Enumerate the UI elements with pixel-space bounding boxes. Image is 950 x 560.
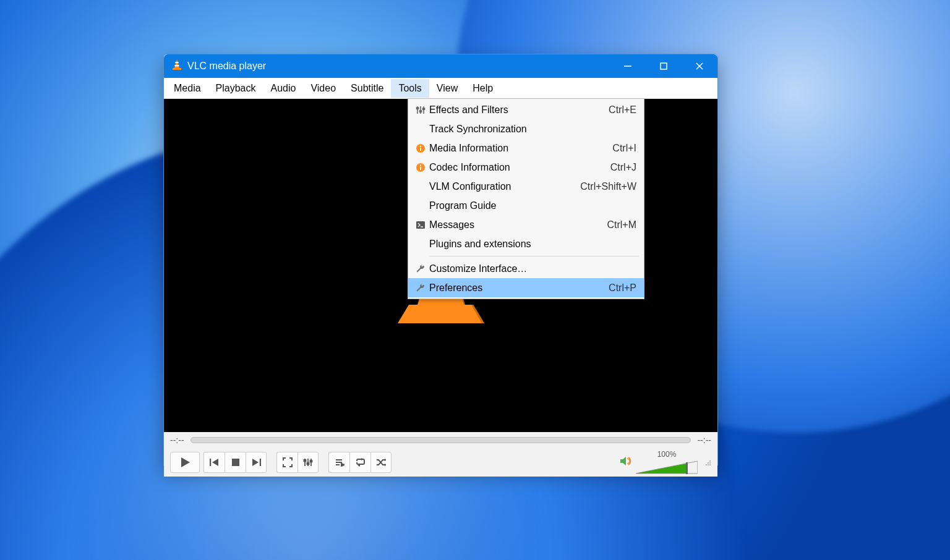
- menu-item-codec-information[interactable]: Codec InformationCtrl+J: [408, 158, 644, 177]
- svg-point-42: [708, 462, 709, 464]
- terminal-icon: [412, 221, 429, 229]
- menu-item-program-guide[interactable]: Program Guide: [408, 196, 644, 215]
- svg-rect-54: [420, 167, 421, 170]
- time-remaining: --:--: [697, 435, 711, 445]
- menu-item-label: Customize Interface…: [429, 263, 636, 274]
- seek-bar-row: --:-- --:--: [164, 432, 717, 448]
- svg-marker-29: [341, 464, 344, 466]
- svg-point-41: [709, 462, 711, 464]
- svg-point-39: [708, 464, 709, 465]
- svg-rect-2: [175, 65, 179, 66]
- svg-rect-23: [304, 460, 306, 461]
- svg-marker-30: [361, 458, 364, 460]
- info-icon: [412, 163, 429, 172]
- wrench-icon: [412, 283, 429, 293]
- tools-menu-dropdown: Effects and FiltersCtrl+ETrack Synchroni…: [408, 98, 644, 299]
- svg-rect-1: [175, 62, 178, 63]
- info-icon: [412, 143, 429, 153]
- maximize-button[interactable]: [646, 54, 682, 78]
- svg-marker-0: [174, 59, 179, 68]
- speaker-icon[interactable]: [620, 456, 632, 469]
- resize-grip-icon[interactable]: [704, 459, 711, 466]
- menu-item-customize-interface[interactable]: Customize Interface…: [408, 259, 644, 278]
- vlc-window: VLC media player MediaPlaybackAudioVideo…: [163, 54, 718, 468]
- minimize-button[interactable]: [610, 54, 646, 78]
- menu-audio[interactable]: Audio: [263, 79, 304, 98]
- stop-button[interactable]: [225, 452, 246, 473]
- next-button[interactable]: [246, 452, 267, 473]
- menu-item-media-information[interactable]: Media InformationCtrl+I: [408, 138, 644, 158]
- menu-item-label: Plugins and extensions: [429, 239, 636, 250]
- svg-rect-3: [173, 68, 181, 70]
- svg-marker-18: [252, 459, 259, 466]
- menu-item-shortcut: Ctrl+P: [609, 282, 636, 294]
- menu-playback[interactable]: Playback: [208, 79, 263, 98]
- svg-marker-14: [181, 457, 190, 467]
- close-button[interactable]: [682, 54, 717, 78]
- playback-controls: 100%: [164, 448, 717, 477]
- menu-item-shortcut: Ctrl+E: [609, 104, 636, 116]
- extended-settings-button[interactable]: [297, 452, 319, 473]
- loop-button[interactable]: [349, 452, 370, 473]
- svg-point-55: [420, 164, 421, 166]
- menu-media[interactable]: Media: [166, 79, 208, 98]
- menu-item-label: Messages: [429, 219, 607, 231]
- menu-separator: [429, 256, 639, 257]
- menu-item-label: Effects and Filters: [429, 104, 609, 116]
- svg-point-38: [709, 464, 711, 465]
- menu-item-messages[interactable]: MessagesCtrl+M: [408, 215, 644, 234]
- svg-rect-15: [210, 459, 211, 466]
- menu-video[interactable]: Video: [303, 79, 343, 98]
- seek-slider[interactable]: [190, 437, 691, 443]
- svg-rect-47: [417, 108, 419, 109]
- svg-marker-16: [212, 459, 218, 466]
- menu-item-label: Preferences: [429, 282, 609, 294]
- menu-item-label: Media Information: [429, 143, 612, 154]
- svg-rect-51: [420, 148, 421, 151]
- svg-marker-34: [620, 457, 626, 465]
- playlist-button[interactable]: [328, 452, 349, 473]
- previous-button[interactable]: [203, 452, 225, 473]
- menu-item-label: Program Guide: [429, 200, 636, 211]
- menu-item-vlm-configuration[interactable]: VLM ConfigurationCtrl+Shift+W: [408, 177, 644, 196]
- shuffle-button[interactable]: [370, 452, 392, 473]
- vlc-cone-icon: [171, 59, 182, 74]
- svg-rect-17: [232, 459, 239, 466]
- svg-point-40: [706, 464, 707, 465]
- svg-point-43: [709, 460, 711, 462]
- menu-item-label: Track Synchronization: [429, 124, 636, 135]
- menu-item-shortcut: Ctrl+J: [610, 162, 636, 173]
- menu-item-shortcut: Ctrl+M: [607, 219, 636, 231]
- svg-marker-32: [385, 459, 386, 461]
- menu-item-track-synchronization[interactable]: Track Synchronization: [408, 119, 644, 138]
- menu-item-effects-and-filters[interactable]: Effects and FiltersCtrl+E: [408, 100, 644, 119]
- titlebar[interactable]: VLC media player: [164, 54, 717, 78]
- svg-rect-37: [686, 462, 688, 474]
- fullscreen-button[interactable]: [276, 452, 297, 473]
- menubar: MediaPlaybackAudioVideoSubtitleToolsView…: [164, 78, 717, 99]
- menu-item-preferences[interactable]: PreferencesCtrl+P: [408, 278, 644, 297]
- svg-marker-12: [398, 305, 484, 323]
- volume-slider[interactable]: [636, 460, 698, 475]
- svg-rect-19: [260, 459, 261, 466]
- menu-help[interactable]: Help: [465, 79, 500, 98]
- play-button[interactable]: [170, 452, 200, 473]
- menu-subtitle[interactable]: Subtitle: [343, 79, 391, 98]
- svg-rect-56: [416, 221, 425, 229]
- menu-item-shortcut: Ctrl+I: [612, 143, 636, 154]
- svg-rect-24: [307, 463, 309, 464]
- menu-item-shortcut: Ctrl+Shift+W: [580, 181, 636, 192]
- time-elapsed: --:--: [170, 435, 184, 445]
- menu-item-label: VLM Configuration: [429, 181, 580, 192]
- window-title: VLC media player: [187, 61, 610, 72]
- svg-rect-49: [423, 108, 425, 109]
- menu-item-plugins-and-extensions[interactable]: Plugins and extensions: [408, 234, 644, 253]
- menu-view[interactable]: View: [429, 79, 465, 98]
- svg-point-52: [420, 145, 421, 146]
- volume-value: 100%: [657, 450, 677, 459]
- svg-rect-5: [661, 63, 667, 69]
- menu-item-label: Codec Information: [429, 162, 610, 173]
- menu-tools[interactable]: Tools: [391, 79, 429, 98]
- svg-rect-48: [420, 111, 422, 112]
- svg-rect-25: [310, 460, 312, 462]
